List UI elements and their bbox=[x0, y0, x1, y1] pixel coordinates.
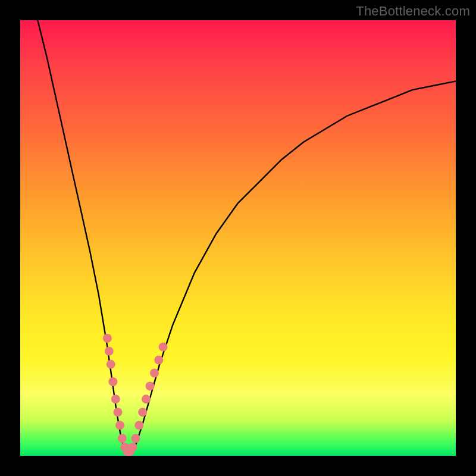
curve-svg bbox=[20, 20, 456, 456]
curve-marker bbox=[107, 360, 115, 369]
curve-marker bbox=[134, 421, 143, 430]
curve-marker bbox=[111, 394, 120, 403]
curve-marker bbox=[138, 408, 147, 416]
curve-marker bbox=[154, 356, 163, 365]
marker-group bbox=[103, 334, 168, 456]
curve-marker bbox=[115, 421, 124, 430]
curve-marker bbox=[118, 434, 127, 443]
curve-marker bbox=[103, 334, 112, 343]
bottleneck-curve bbox=[37, 20, 456, 456]
curve-marker bbox=[150, 368, 159, 377]
curve-marker bbox=[114, 408, 123, 416]
curve-marker bbox=[142, 394, 151, 403]
curve-marker bbox=[105, 347, 114, 356]
chart-frame: TheBottleneck.com bbox=[0, 0, 476, 476]
curve-marker bbox=[146, 381, 155, 390]
curve-marker bbox=[108, 377, 117, 386]
curve-marker bbox=[128, 443, 137, 452]
plot-area bbox=[20, 20, 456, 456]
watermark-text: TheBottleneck.com bbox=[356, 4, 470, 19]
curve-marker bbox=[159, 343, 168, 352]
curve-marker bbox=[131, 434, 140, 443]
